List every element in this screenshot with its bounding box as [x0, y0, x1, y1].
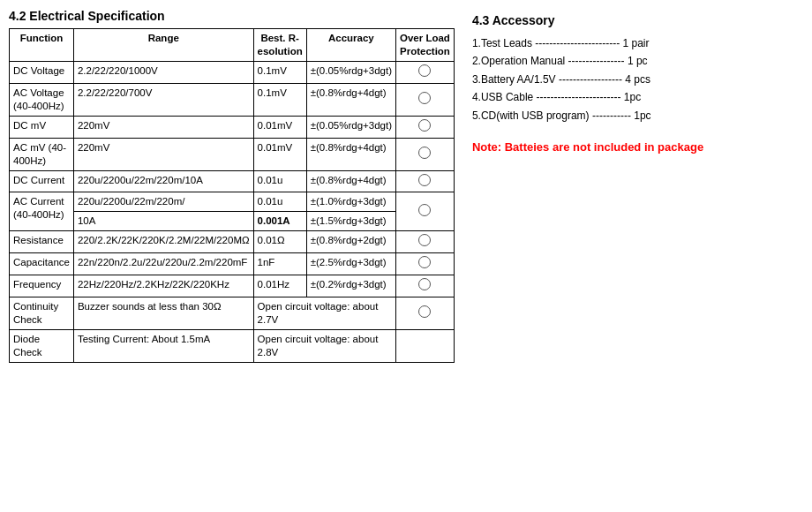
cell-overload: [396, 192, 455, 231]
overload-indicator: [418, 278, 431, 290]
list-item: 1.Test Leads ------------------------ 1 …: [472, 34, 803, 52]
cell-accuracy: ±(0.05%rdg+3dgt): [306, 116, 395, 138]
right-title: 4.3 Accessory: [472, 13, 803, 27]
table-row: Resistance220/2.2K/22K/220K/2.2M/22M/220…: [10, 231, 455, 253]
cell-function: DC Current: [10, 170, 74, 192]
overload-indicator: [418, 174, 431, 186]
table-row: 10A0.001A±(1.5%rdg+3dgt): [10, 212, 455, 231]
cell-accuracy: ±(1.0%rdg+3dgt): [306, 192, 395, 212]
left-section: 4.2 Electrical Specification Function Ra…: [9, 9, 455, 503]
cell-accuracy: ±(0.2%rdg+3dgt): [306, 275, 395, 297]
cell-overload: [396, 297, 455, 330]
cell-function: Diode Check: [10, 330, 74, 363]
table-row: AC Current (40-400Hz)220u/2200u/22m/220m…: [10, 192, 455, 212]
left-title: 4.2 Electrical Specification: [9, 9, 455, 23]
cell-resolution: 0.1mV: [253, 83, 306, 116]
right-section: 4.3 Accessory 1.Test Leads -------------…: [472, 9, 803, 503]
header-range: Range: [73, 29, 253, 62]
cell-range: 220u/2200u/22m/220m/10A: [73, 170, 253, 192]
cell-function: Frequency: [10, 275, 74, 297]
overload-indicator: [418, 256, 431, 268]
cell-function: DC mV: [10, 116, 74, 138]
cell-range: 22Hz/220Hz/2.2KHz/22K/220KHz: [73, 275, 253, 297]
cell-range: 2.2/22/220/700V: [73, 83, 253, 116]
cell-overload: [396, 116, 455, 138]
table-row: AC mV (40-400Hz)220mV0.01mV±(0.8%rdg+4dg…: [10, 138, 455, 170]
cell-accuracy: ±(2.5%rdg+3dgt): [306, 253, 395, 275]
spec-table: Function Range Best. R-esolution Accurac…: [9, 28, 455, 363]
cell-resolution: 1nF: [253, 253, 306, 275]
cell-overload: [396, 138, 455, 170]
cell-function: Resistance: [10, 231, 74, 253]
cell-range: 2.2/22/220/1000V: [73, 61, 253, 83]
cell-resolution: 0.01mV: [253, 116, 306, 138]
cell-function: AC Voltage (40-400Hz): [10, 83, 74, 116]
overload-indicator: [418, 234, 431, 246]
cell-overload: [396, 253, 455, 275]
cell-overload: [396, 170, 455, 192]
cell-function: Continuity Check: [10, 297, 74, 330]
header-resolution: Best. R-esolution: [253, 29, 306, 62]
cell-resolution: 0.001A: [253, 212, 306, 231]
table-row: DC Current220u/2200u/22m/220m/10A0.01u±(…: [10, 170, 455, 192]
cell-resolution: 0.1mV: [253, 61, 306, 83]
cell-resolution: 0.01u: [253, 192, 306, 212]
list-item: 3.Battery AA/1.5V ------------------ 4 p…: [472, 71, 803, 88]
cell-range: Testing Current: About 1.5mA: [73, 330, 253, 363]
list-item: 5.CD(with USB program) ----------- 1pc: [472, 107, 803, 124]
cell-accuracy: ±(0.05%rdg+3dgt): [306, 61, 395, 83]
table-row: Continuity CheckBuzzer sounds at less th…: [10, 297, 455, 330]
cell-accuracy: Open circuit voltage: about 2.7V: [253, 297, 395, 330]
cell-range: 22n/220n/2.2u/22u/220u/2.2m/220mF: [73, 253, 253, 275]
cell-accuracy: ±(0.8%rdg+4dgt): [306, 83, 395, 116]
header-function: Function: [10, 29, 74, 62]
cell-range: 10A: [73, 212, 253, 231]
overload-indicator: [418, 147, 431, 159]
cell-resolution: 0.01Ω: [253, 231, 306, 253]
cell-accuracy: ±(0.8%rdg+4dgt): [306, 138, 395, 170]
cell-accuracy: ±(1.5%rdg+3dgt): [306, 212, 395, 231]
cell-range: 220mV: [73, 116, 253, 138]
overload-indicator: [418, 305, 431, 318]
note-text: Note: Batteies are not included in packa…: [472, 139, 803, 156]
table-row: Diode CheckTesting Current: About 1.5mAO…: [10, 330, 455, 363]
cell-function: DC Voltage: [10, 61, 74, 83]
cell-function: AC Current (40-400Hz): [10, 192, 74, 231]
cell-resolution: 0.01mV: [253, 138, 306, 170]
cell-accuracy: ±(0.8%rdg+4dgt): [306, 170, 395, 192]
list-item: 2.Operation Manual ---------------- 1 pc: [472, 52, 803, 70]
cell-overload: [396, 61, 455, 83]
cell-accuracy: Open circuit voltage: about 2.8V: [253, 330, 395, 363]
overload-indicator: [418, 204, 431, 216]
table-row: DC mV220mV0.01mV±(0.05%rdg+3dgt): [10, 116, 455, 138]
cell-range: 220/2.2K/22K/220K/2.2M/22M/220MΩ: [73, 231, 253, 253]
table-row: Frequency22Hz/220Hz/2.2KHz/22K/220KHz0.0…: [10, 275, 455, 297]
cell-overload: [396, 275, 455, 297]
cell-resolution: 0.01Hz: [253, 275, 306, 297]
table-row: AC Voltage (40-400Hz)2.2/22/220/700V0.1m…: [10, 83, 455, 116]
cell-range: 220mV: [73, 138, 253, 170]
header-overload: Over LoadProtection: [396, 29, 455, 62]
overload-indicator: [418, 92, 431, 104]
header-accuracy: Accuracy: [306, 29, 395, 62]
cell-overload: [396, 330, 455, 363]
cell-function: Capacitance: [10, 253, 74, 275]
table-row: Capacitance22n/220n/2.2u/22u/220u/2.2m/2…: [10, 253, 455, 275]
overload-indicator: [418, 64, 431, 77]
cell-overload: [396, 83, 455, 116]
cell-accuracy: ±(0.8%rdg+2dgt): [306, 231, 395, 253]
cell-range: Buzzer sounds at less than 30Ω: [73, 297, 253, 330]
table-row: DC Voltage2.2/22/220/1000V0.1mV±(0.05%rd…: [10, 61, 455, 83]
list-item: 4.USB Cable ------------------------ 1pc: [472, 88, 803, 106]
cell-overload: [396, 231, 455, 253]
accessory-list: 1.Test Leads ------------------------ 1 …: [472, 34, 803, 124]
cell-function: AC mV (40-400Hz): [10, 138, 74, 170]
overload-indicator: [418, 119, 431, 132]
cell-resolution: 0.01u: [253, 170, 306, 192]
cell-range: 220u/2200u/22m/220m/: [73, 192, 253, 212]
